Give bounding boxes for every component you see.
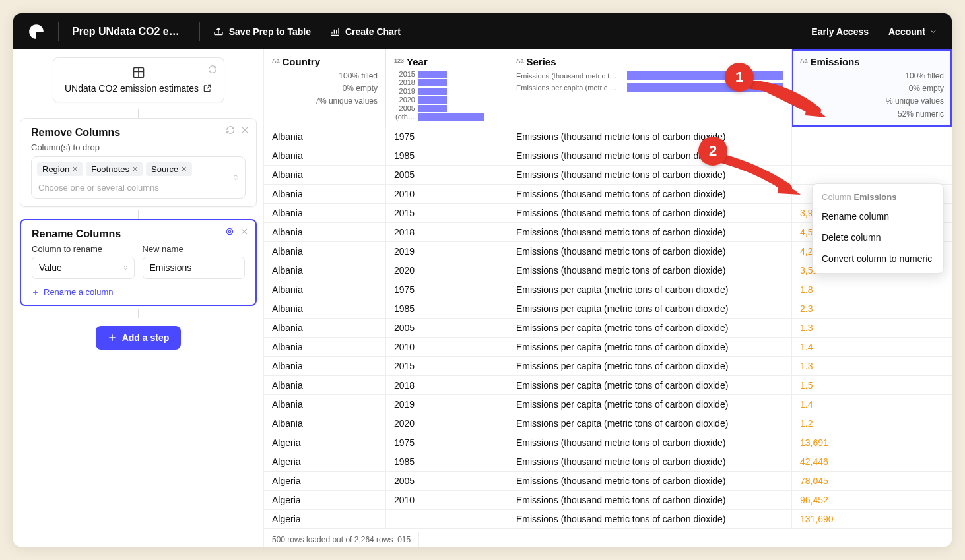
cell-country: Albania <box>264 223 386 241</box>
close-icon[interactable] <box>240 227 249 236</box>
cell-year: 1975 <box>386 280 508 299</box>
cell-year: 2010 <box>386 185 508 203</box>
menu-rename-column[interactable]: Rename column <box>813 206 943 227</box>
menu-delete-column[interactable]: Delete column <box>813 227 943 248</box>
cell-year: 1985 <box>386 452 508 471</box>
refresh-icon[interactable] <box>208 65 217 74</box>
table-row[interactable]: Algeria1985Emissions (thousand metric to… <box>264 452 952 472</box>
cell-series: Emissions per capita (metric tons of car… <box>508 414 792 433</box>
cell-emissions: 1.3 <box>792 357 952 375</box>
select-arrows-icon <box>232 171 240 183</box>
chip[interactable]: Footnotes ✕ <box>86 162 143 176</box>
chip[interactable]: Region ✕ <box>37 162 83 176</box>
add-step-button[interactable]: Add a step <box>96 326 182 350</box>
column-header-country[interactable]: AaCountry 100% filled0% empty7% unique v… <box>264 49 386 127</box>
table-row[interactable]: AlgeriaEmissions (thousand metric tons o… <box>264 510 952 529</box>
divider <box>199 22 200 41</box>
cell-series: Emissions (thousand metric tons of carbo… <box>508 127 792 146</box>
column-header-year[interactable]: 123Year 20152018201920202005(oth… <box>386 49 508 127</box>
target-icon[interactable] <box>225 227 234 236</box>
chip-remove-icon[interactable]: ✕ <box>181 165 187 173</box>
account-menu[interactable]: Account <box>888 26 937 37</box>
cell-year: 1985 <box>386 299 508 318</box>
table-row[interactable]: Albania1975Emissions per capita (metric … <box>264 280 952 299</box>
plus-icon <box>108 333 117 342</box>
table-row[interactable]: Albania2010Emissions per capita (metric … <box>264 338 952 357</box>
cell-series: Emissions (thousand metric tons of carbo… <box>508 472 792 490</box>
refresh-icon[interactable] <box>226 125 235 135</box>
cell-country: Albania <box>264 299 386 318</box>
cell-year: 2019 <box>386 395 508 414</box>
cell-country: Albania <box>264 242 386 261</box>
data-table: AaCountry 100% filled0% empty7% unique v… <box>264 49 952 547</box>
cell-emissions: 96,452 <box>792 491 952 509</box>
app-window: Prep UNdata CO2 e… Save Prep to Table Cr… <box>13 13 952 547</box>
cell-year: 2010 <box>386 491 508 509</box>
early-access-link[interactable]: Early Access <box>811 26 869 37</box>
cell-country: Algeria <box>264 472 386 490</box>
step-rename-columns[interactable]: Rename Columns Column to rename Value Ne… <box>20 219 257 306</box>
table-row[interactable]: Algeria2010Emissions (thousand metric to… <box>264 491 952 510</box>
cell-emissions <box>792 166 952 184</box>
cell-country: Albania <box>264 261 386 280</box>
cell-series: Emissions per capita (metric tons of car… <box>508 338 792 356</box>
cell-emissions: 42,446 <box>792 452 952 471</box>
chevron-down-icon <box>929 28 937 36</box>
column-stats: 100% filled0% empty7% unique values <box>272 70 378 108</box>
table-row[interactable]: Albania1985Emissions per capita (metric … <box>264 299 952 319</box>
menu-convert-numeric[interactable]: Convert column to numeric <box>813 248 943 269</box>
cell-country: Albania <box>264 185 386 203</box>
table-row[interactable]: Albania1985Emissions (thousand metric to… <box>264 146 952 166</box>
cell-year: 1975 <box>386 433 508 452</box>
cell-year <box>386 510 508 528</box>
chip-remove-icon[interactable]: ✕ <box>132 165 138 173</box>
menu-title: Column Emissions <box>813 188 943 206</box>
cell-year: 1975 <box>386 127 508 146</box>
add-rename-link[interactable]: Rename a column <box>32 287 245 297</box>
new-name-input[interactable]: Emissions <box>143 257 246 279</box>
cell-series: Emissions per capita (metric tons of car… <box>508 357 792 375</box>
table-row[interactable]: Albania2019Emissions per capita (metric … <box>264 395 952 414</box>
placeholder-text: Choose one or several columns <box>37 180 240 195</box>
column-context-menu: Column Emissions Rename column Delete co… <box>812 183 944 274</box>
cell-emissions: 1.4 <box>792 395 952 414</box>
cell-series: Emissions (thousand metric tons of carbo… <box>508 510 792 528</box>
source-name: UNdata CO2 emission estimates <box>65 83 212 94</box>
cell-year: 2018 <box>386 223 508 241</box>
type-text-icon: Aa <box>516 57 524 64</box>
table-row[interactable]: Albania2020Emissions per capita (metric … <box>264 414 952 433</box>
chip[interactable]: Source ✕ <box>146 162 192 176</box>
step-title: Rename Columns <box>32 228 245 240</box>
table-row[interactable]: Albania2018Emissions per capita (metric … <box>264 376 952 395</box>
field-label: Column to rename <box>32 244 135 254</box>
table-row[interactable]: Albania2005Emissions per capita (metric … <box>264 319 952 338</box>
close-icon[interactable] <box>240 125 250 135</box>
cell-country: Albania <box>264 376 386 394</box>
cell-series: Emissions per capita (metric tons of car… <box>508 395 792 414</box>
create-chart-button[interactable]: Create Chart <box>329 26 401 37</box>
cell-series: Emissions (thousand metric tons of carbo… <box>508 261 792 280</box>
table-row[interactable]: Algeria1975Emissions (thousand metric to… <box>264 433 952 452</box>
cell-emissions: 78,045 <box>792 472 952 490</box>
select-arrows-icon <box>122 263 129 273</box>
cell-country: Albania <box>264 395 386 414</box>
column-headers: AaCountry 100% filled0% empty7% unique v… <box>264 49 952 127</box>
cell-emissions: 1.3 <box>792 319 952 337</box>
save-prep-button[interactable]: Save Prep to Table <box>213 26 311 37</box>
column-distribution: 20152018201920202005(oth… <box>394 70 500 121</box>
table-row[interactable]: Albania1975Emissions (thousand metric to… <box>264 127 952 146</box>
cell-series: Emissions per capita (metric tons of car… <box>508 376 792 394</box>
source-node[interactable]: UNdata CO2 emission estimates <box>53 57 224 102</box>
cell-series: Emissions per capita (metric tons of car… <box>508 299 792 318</box>
column-select[interactable]: Value <box>32 257 135 279</box>
page-title: Prep UNdata CO2 e… <box>72 26 180 38</box>
cell-emissions: 2.3 <box>792 299 952 318</box>
table-row[interactable]: Albania2005Emissions (thousand metric to… <box>264 166 952 185</box>
step-remove-columns[interactable]: Remove Columns Column(s) to drop Region … <box>20 118 257 207</box>
columns-multiselect[interactable]: Region ✕Footnotes ✕Source ✕Choose one or… <box>31 156 246 199</box>
cell-series: Emissions (thousand metric tons of carbo… <box>508 242 792 261</box>
table-row[interactable]: Algeria2005Emissions (thousand metric to… <box>264 472 952 491</box>
table-footer: 500 rows loaded out of 2,264 rows 015 <box>264 532 419 547</box>
chip-remove-icon[interactable]: ✕ <box>72 165 78 173</box>
table-row[interactable]: Albania2015Emissions per capita (metric … <box>264 357 952 376</box>
